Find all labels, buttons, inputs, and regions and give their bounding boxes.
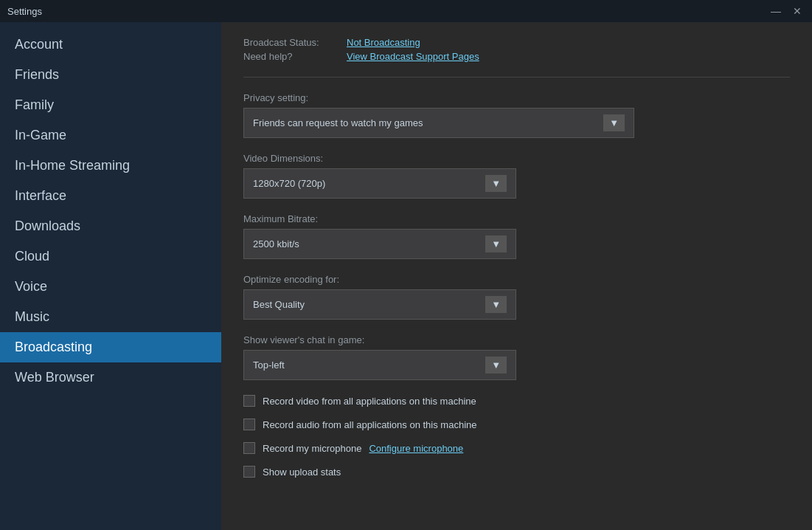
settings-window: Settings — ✕ AccountFriendsFamilyIn-Game… [0, 0, 812, 530]
sidebar-item-family[interactable]: Family [0, 90, 221, 120]
checkbox-row-record-microphone: Record my microphoneConfigure microphone [243, 442, 790, 454]
checkbox-show-upload-stats[interactable] [243, 466, 255, 478]
max-bitrate-label: Maximum Bitrate: [243, 213, 790, 224]
privacy-setting-value: Friends can request to watch my games [253, 117, 423, 128]
sidebar-item-friends[interactable]: Friends [0, 60, 221, 90]
sidebar-item-music[interactable]: Music [0, 302, 221, 332]
max-bitrate-arrow: ▼ [485, 235, 507, 252]
checkbox-label-record-microphone: Record my microphone [263, 443, 361, 454]
viewers-chat-arrow: ▼ [485, 357, 507, 374]
main-panel: Broadcast Status: Not Broadcasting Need … [221, 22, 812, 530]
privacy-setting-dropdown[interactable]: Friends can request to watch my games ▼ [243, 108, 634, 138]
video-dimensions-dropdown[interactable]: 1280x720 (720p) ▼ [243, 168, 516, 199]
checkbox-label-record-audio: Record audio from all applications on th… [263, 419, 477, 430]
optimize-encoding-label: Optimize encoding for: [243, 274, 790, 285]
sidebar: AccountFriendsFamilyIn-GameIn-Home Strea… [0, 22, 221, 530]
not-broadcasting-link[interactable]: Not Broadcasting [347, 37, 420, 48]
sidebar-item-web-browser[interactable]: Web Browser [0, 362, 221, 393]
checkbox-label-record-video: Record video from all applications on th… [263, 396, 476, 407]
sidebar-item-account[interactable]: Account [0, 30, 221, 60]
video-dimensions-section: Video Dimensions: 1280x720 (720p) ▼ [243, 153, 790, 199]
content-area: AccountFriendsFamilyIn-GameIn-Home Strea… [0, 22, 812, 530]
viewers-chat-section: Show viewer's chat in game: Top-left ▼ [243, 334, 790, 380]
checkbox-record-audio[interactable] [243, 419, 255, 430]
viewers-chat-label: Show viewer's chat in game: [243, 334, 790, 345]
sidebar-item-cloud[interactable]: Cloud [0, 241, 221, 272]
broadcast-status-label: Broadcast Status: [243, 37, 339, 48]
minimize-button[interactable]: — [768, 4, 784, 18]
max-bitrate-section: Maximum Bitrate: 2500 kbit/s ▼ [243, 213, 790, 259]
window-title: Settings [7, 6, 42, 17]
need-help-label: Need help? [243, 51, 339, 62]
close-button[interactable]: ✕ [790, 4, 805, 18]
checkbox-record-microphone[interactable] [243, 442, 255, 454]
broadcast-status-row: Broadcast Status: Not Broadcasting [243, 37, 790, 48]
checkbox-row-show-upload-stats: Show upload stats [243, 466, 790, 478]
privacy-setting-label: Privacy setting: [243, 92, 790, 103]
sidebar-item-broadcasting[interactable]: Broadcasting [0, 332, 221, 362]
sidebar-item-voice[interactable]: Voice [0, 272, 221, 302]
title-bar-controls: — ✕ [768, 4, 805, 18]
sidebar-item-downloads[interactable]: Downloads [0, 211, 221, 241]
broadcast-status-section: Broadcast Status: Not Broadcasting Need … [243, 37, 790, 78]
video-dimensions-label: Video Dimensions: [243, 153, 790, 164]
checkbox-label-show-upload-stats: Show upload stats [263, 467, 341, 478]
need-help-row: Need help? View Broadcast Support Pages [243, 51, 790, 62]
optimize-encoding-dropdown[interactable]: Best Quality ▼ [243, 289, 516, 320]
optimize-encoding-value: Best Quality [253, 299, 305, 310]
title-bar: Settings — ✕ [0, 0, 812, 22]
video-dimensions-arrow: ▼ [485, 175, 507, 192]
optimize-encoding-section: Optimize encoding for: Best Quality ▼ [243, 274, 790, 320]
sidebar-item-in-home-streaming[interactable]: In-Home Streaming [0, 151, 221, 181]
configure-microphone-link[interactable]: Configure microphone [369, 443, 463, 454]
max-bitrate-dropdown[interactable]: 2500 kbit/s ▼ [243, 229, 516, 259]
checkbox-record-video[interactable] [243, 395, 255, 407]
privacy-setting-section: Privacy setting: Friends can request to … [243, 92, 790, 138]
video-dimensions-value: 1280x720 (720p) [253, 178, 325, 189]
sidebar-item-interface[interactable]: Interface [0, 181, 221, 211]
max-bitrate-value: 2500 kbit/s [253, 238, 299, 249]
view-broadcast-support-link[interactable]: View Broadcast Support Pages [347, 51, 479, 62]
viewers-chat-dropdown[interactable]: Top-left ▼ [243, 350, 516, 380]
optimize-encoding-arrow: ▼ [485, 296, 507, 313]
privacy-setting-arrow: ▼ [603, 114, 625, 131]
checkboxes-section: Record video from all applications on th… [243, 395, 790, 478]
checkbox-row-record-audio: Record audio from all applications on th… [243, 419, 790, 430]
sidebar-item-in-game[interactable]: In-Game [0, 120, 221, 151]
checkbox-row-record-video: Record video from all applications on th… [243, 395, 790, 407]
viewers-chat-value: Top-left [253, 359, 285, 371]
